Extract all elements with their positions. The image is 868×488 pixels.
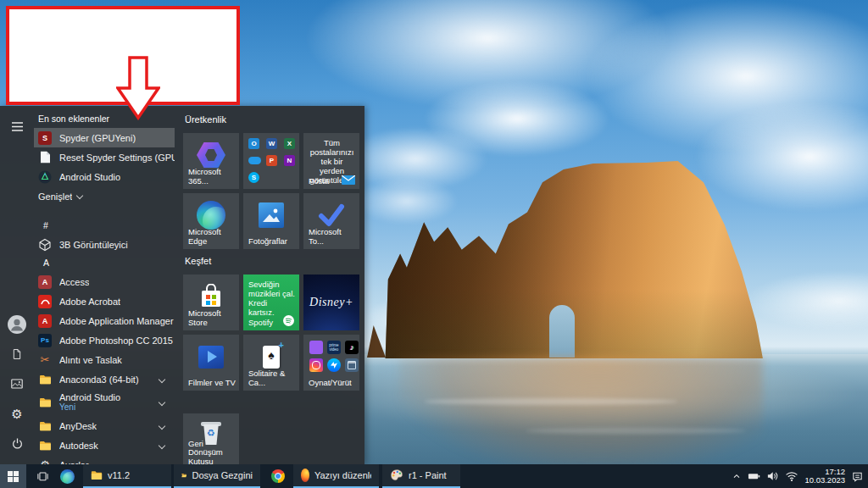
- app-label: Adobe Acrobat: [59, 297, 120, 307]
- app-item-snip-sketch[interactable]: ✂ Alıntı ve Taslak: [34, 350, 175, 369]
- windows-logo-icon: [8, 471, 19, 482]
- word-icon: W: [266, 138, 277, 149]
- gear-icon: ⚙: [38, 458, 52, 465]
- access-icon: A: [38, 275, 52, 289]
- tile-microsoft-todo[interactable]: Microsoft To...: [303, 193, 359, 249]
- folder-icon: [38, 396, 52, 409]
- tile-label: Microsoft 365...: [188, 168, 236, 186]
- tile-group-header[interactable]: Keşfet: [185, 256, 364, 269]
- tile-movies-tv[interactable]: Filmler ve TV: [183, 335, 239, 391]
- section-header-a[interactable]: A: [34, 254, 175, 272]
- folder-item-autodesk[interactable]: Autodesk: [34, 435, 175, 455]
- start-menu-rail: ⚙: [0, 106, 34, 464]
- tile-microsoft-store[interactable]: Microsoft Store: [183, 274, 239, 330]
- cube-icon: [38, 238, 52, 252]
- app-label: 3B Görüntüleyici: [59, 240, 128, 250]
- section-header-hash[interactable]: #: [34, 217, 175, 235]
- tiktok-icon: ♪: [345, 341, 359, 354]
- taskbar-clock[interactable]: 17:12 10.03.2023: [804, 468, 845, 485]
- play-app-icons: prime video ♪: [309, 341, 359, 372]
- paint-icon: [390, 469, 403, 482]
- folder-item-anaconda[interactable]: Anaconda3 (64-bit): [34, 369, 175, 389]
- folder-label: Anaconda3 (64-bit): [59, 374, 139, 385]
- movies-tv-icon: [183, 335, 239, 379]
- annotation-arrow-icon: [116, 56, 160, 120]
- folder-item-anydesk[interactable]: AnyDesk: [34, 416, 175, 435]
- chevron-down-icon: [76, 192, 83, 199]
- outlook-icon: O: [248, 138, 259, 149]
- app-item-reset-spyder[interactable]: Reset Spyder Settings (GPUYeni): [34, 147, 175, 167]
- skype-icon: S: [248, 172, 259, 183]
- app-item-adobe-application-manager[interactable]: A Adobe Application Manager: [34, 311, 175, 330]
- tile-label: Microsoft To...: [309, 228, 357, 246]
- app-item-photoshop[interactable]: Ps Adobe Photoshop CC 2015: [34, 330, 175, 350]
- folder-icon: [91, 470, 103, 480]
- rock-arch: [549, 305, 575, 358]
- hamburger-menu-button[interactable]: [11, 117, 24, 136]
- tile-office-apps[interactable]: O W X P N S: [243, 133, 299, 189]
- documents-button[interactable]: [11, 345, 23, 363]
- app-item-settings[interactable]: ⚙ Ayarlar: [34, 455, 175, 464]
- expand-button[interactable]: Genişlet: [34, 186, 175, 207]
- spyder-icon: S: [38, 131, 52, 145]
- battery-icon[interactable]: [748, 469, 760, 483]
- settings-button[interactable]: ⚙: [11, 404, 22, 423]
- taskbar-app-paint[interactable]: r1 - Paint: [382, 464, 460, 488]
- taskbar-app-firefox[interactable]: Yazıyı düzenle "Deri...: [293, 464, 379, 488]
- pictures-button[interactable]: [10, 374, 24, 393]
- taskbar-app-v11[interactable]: v11.2: [83, 464, 171, 488]
- tile-recycle-bin[interactable]: ♻ Geri Dönüşüm Kutusu: [183, 413, 239, 464]
- chevron-down-icon: [159, 375, 165, 382]
- volume-icon[interactable]: [766, 469, 779, 483]
- tile-play[interactable]: prime video ♪ Oynat/Yürüt: [303, 335, 359, 391]
- tile-label: Microsoft Store: [188, 309, 236, 327]
- tile-label: Microsoft Edge: [188, 228, 236, 246]
- tile-grid-extra: ♻ Geri Dönüşüm Kutusu: [183, 413, 364, 464]
- instagram-icon: [309, 358, 323, 372]
- rock-reflection: [398, 358, 763, 468]
- app-item-spyder[interactable]: S Spyder (GPUYeni): [34, 128, 175, 147]
- app-item-access[interactable]: A Access: [34, 272, 175, 291]
- app-label: Spyder (GPUYeni): [59, 133, 136, 143]
- tile-microsoft-365[interactable]: Microsoft 365...: [183, 133, 239, 189]
- tile-photos[interactable]: Fotoğraflar: [243, 193, 299, 249]
- start-tiles: Üretkenlik Microsoft 365... O W X P N S: [175, 106, 364, 464]
- tile-grid-productivity: Microsoft 365... O W X P N S Tüm postala…: [183, 133, 364, 249]
- folder-item-android-studio[interactable]: Android Studio Yeni: [34, 389, 175, 416]
- photos-icon: [243, 193, 299, 237]
- app-item-adobe-acrobat[interactable]: Adobe Acrobat: [34, 291, 175, 311]
- tile-posta[interactable]: Tüm postalarınızı tek bir yerden görüntü…: [303, 133, 359, 189]
- start-button[interactable]: [0, 464, 26, 488]
- taskbar-app-label: r1 - Paint: [409, 470, 447, 480]
- onedrive-icon: [248, 157, 261, 164]
- user-account-button[interactable]: [7, 315, 27, 334]
- folder-label: Android Studio: [59, 392, 120, 402]
- tray-chevron-up-icon[interactable]: [732, 471, 742, 481]
- cloud: [356, 178, 458, 225]
- tile-label: Oynat/Yürüt: [309, 379, 357, 388]
- taskbar-app-file-explorer[interactable]: Dosya Gezgini: [174, 464, 260, 488]
- wifi-icon[interactable]: [785, 469, 798, 483]
- action-center-icon[interactable]: [851, 470, 864, 483]
- file-explorer-icon: [181, 470, 186, 480]
- tile-solitaire[interactable]: ♠ + Solitaire & Ca...: [243, 335, 299, 391]
- tile-spotify[interactable]: Sevdiğin müzikleri çal. Kredi kartsız. S…: [243, 274, 299, 330]
- chrome-taskbar-button[interactable]: [265, 464, 291, 488]
- app-label: Adobe Application Manager: [59, 316, 174, 326]
- task-view-button[interactable]: [31, 464, 54, 488]
- edge-taskbar-button[interactable]: [56, 464, 79, 488]
- photoshop-icon: Ps: [38, 334, 52, 347]
- tile-group-header[interactable]: Üretkenlik: [185, 114, 364, 127]
- taskbar-app-label: Yazıyı düzenle "Deri...: [314, 470, 371, 480]
- tile-microsoft-edge[interactable]: Microsoft Edge: [183, 193, 239, 249]
- start-menu: ⚙ En son eklenenler S Spyder (GPUYeni) R…: [0, 106, 364, 464]
- acrobat-icon: [38, 295, 52, 308]
- app-item-android-studio[interactable]: Android Studio: [34, 167, 175, 186]
- calculator-icon: [345, 358, 359, 372]
- app-label: Reset Spyder Settings (GPUYeni): [59, 152, 175, 163]
- power-button[interactable]: [11, 434, 24, 452]
- app-item-3d-viewer[interactable]: 3B Görüntüleyici: [34, 235, 175, 254]
- tile-label: Geri Dönüşüm Kutusu: [188, 440, 236, 465]
- tile-disney-plus[interactable]: Disney+: [303, 274, 359, 330]
- adobe-icon: A: [38, 314, 52, 328]
